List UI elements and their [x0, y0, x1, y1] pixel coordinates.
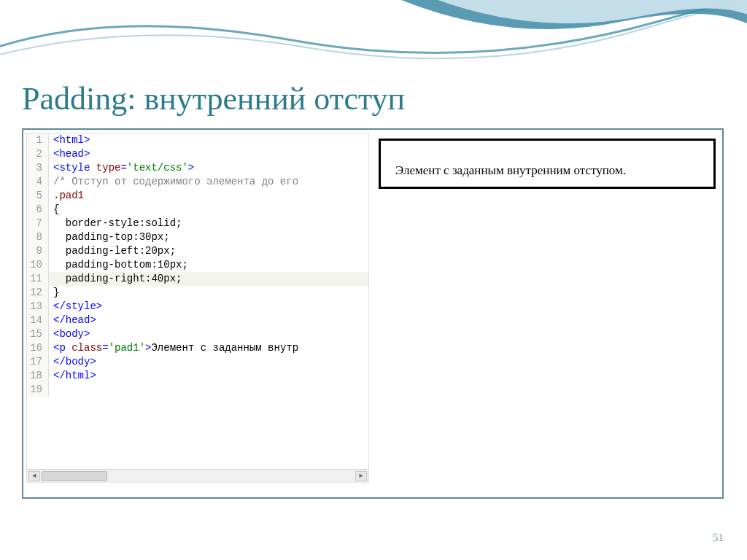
line-content: /* Отступ от содержимого элемента до его [49, 175, 298, 189]
line-content: padding-right:40px; [49, 272, 182, 286]
line-number: 2 [27, 147, 49, 161]
scroll-left-arrow[interactable]: ◄ [28, 471, 40, 481]
scroll-thumb[interactable] [42, 471, 107, 481]
line-content: </body> [49, 355, 96, 369]
line-number: 5 [27, 189, 49, 203]
code-line: 5.pad1 [27, 189, 368, 203]
content-frame: 1<html>2<head>3<style type='text/css'>4/… [22, 128, 724, 499]
line-number: 19 [27, 383, 49, 397]
line-number: 15 [27, 327, 49, 341]
line-number: 14 [27, 314, 49, 327]
code-line: 9 padding-left:20px; [27, 244, 368, 258]
code-line: 17</body> [27, 355, 368, 369]
code-line: 7 border-style:solid; [27, 217, 368, 230]
code-line: 16<p class='pad1'>Элемент с заданным вну… [27, 341, 368, 355]
code-line: 10 padding-bottom:10px; [27, 258, 368, 272]
line-number: 8 [27, 230, 49, 244]
preview-panel: Элемент с заданным внутренним отступом. [373, 133, 721, 496]
code-line: 2<head> [27, 147, 368, 161]
line-content [49, 383, 53, 397]
code-line: 15<body> [27, 327, 368, 341]
line-content: <style type='text/css'> [49, 161, 194, 175]
horizontal-scrollbar[interactable]: ◄ ► [27, 469, 368, 482]
line-number: 7 [27, 217, 49, 230]
line-content: } [49, 286, 59, 300]
line-number: 12 [27, 286, 49, 300]
line-content: .pad1 [49, 189, 84, 203]
line-content: <html> [49, 133, 90, 147]
code-line: 13</style> [27, 300, 368, 314]
scroll-right-arrow[interactable]: ► [355, 471, 367, 481]
code-line: 8 padding-top:30px; [27, 230, 368, 244]
wave-decoration [0, 0, 747, 80]
page-number: 51 [713, 532, 724, 544]
line-number: 4 [27, 175, 49, 189]
line-number: 16 [27, 341, 49, 355]
slide-title: Padding: внутренний отступ [22, 80, 405, 117]
code-line: 6{ [27, 203, 368, 217]
line-content: </head> [49, 314, 96, 327]
line-number: 10 [27, 258, 49, 272]
line-number: 1 [27, 133, 49, 147]
line-content: border-style:solid; [49, 217, 182, 230]
line-number: 17 [27, 355, 49, 369]
line-number: 13 [27, 300, 49, 314]
line-content: { [49, 203, 59, 217]
line-content: padding-bottom:10px; [49, 258, 188, 272]
code-line: 3<style type='text/css'> [27, 161, 368, 175]
line-content: <body> [49, 327, 90, 341]
line-number: 18 [27, 369, 49, 383]
line-number: 9 [27, 244, 49, 258]
code-line: 4/* Отступ от содержимого элемента до ег… [27, 175, 368, 189]
line-content: <p class='pad1'>Элемент с заданным внутр [49, 341, 298, 355]
line-content: padding-left:20px; [49, 244, 176, 258]
line-number: 11 [27, 272, 49, 286]
code-line: 18</html> [27, 369, 368, 383]
code-editor: 1<html>2<head>3<style type='text/css'>4/… [26, 133, 369, 483]
line-content: <head> [49, 147, 90, 161]
line-number: 6 [27, 203, 49, 217]
line-number: 3 [27, 161, 49, 175]
code-line: 12} [27, 286, 368, 300]
code-line: 19 [27, 383, 368, 397]
line-content: </html> [49, 369, 96, 383]
preview-paragraph: Элемент с заданным внутренним отступом. [379, 139, 716, 189]
line-content: padding-top:30px; [49, 230, 170, 244]
code-line: 14</head> [27, 314, 368, 327]
code-line: 11 padding-right:40px; [27, 272, 368, 286]
line-content: </style> [49, 300, 102, 314]
code-line: 1<html> [27, 133, 368, 147]
